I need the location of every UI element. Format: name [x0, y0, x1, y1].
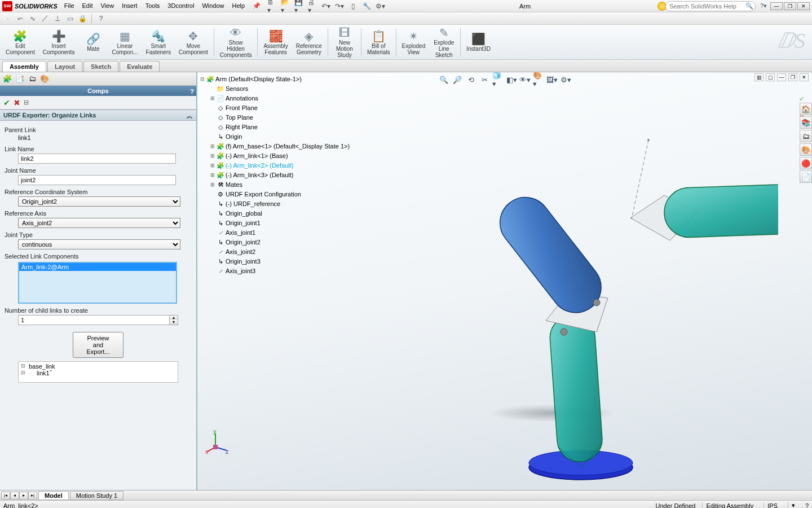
search-input[interactable]: [665, 1, 756, 11]
link-tree[interactable]: base_link link1˝: [18, 361, 178, 383]
menu-insert[interactable]: Insert: [122, 2, 138, 10]
tree-item[interactable]: 📁Sensors: [200, 84, 350, 94]
collapse-icon[interactable]: ︽: [187, 112, 193, 120]
menu-window[interactable]: Window: [202, 2, 224, 10]
menu-view[interactable]: View: [100, 2, 114, 10]
tp-resources-icon[interactable]: 🏠: [800, 103, 812, 115]
spinner-up-icon[interactable]: ▲: [170, 316, 178, 320]
panel-tab-property-icon[interactable]: 📑: [15, 74, 25, 84]
ribbon-bom[interactable]: 📋Bill ofMaterials: [364, 26, 394, 58]
display-style-icon[interactable]: ◧▾: [506, 75, 517, 85]
qa-select-icon[interactable]: ▯: [348, 2, 358, 11]
tab-sketch[interactable]: Sketch: [83, 61, 118, 72]
selected-components-list[interactable]: Arm_link-2@Arm: [18, 262, 177, 304]
vp-minimize-icon[interactable]: —: [777, 73, 786, 81]
expander-icon[interactable]: ⊞: [210, 94, 215, 103]
sk-arc-icon[interactable]: ⤺: [16, 14, 25, 23]
tp-explorer-icon[interactable]: 🗂: [800, 130, 812, 142]
num-children-spinner[interactable]: ▲▼: [169, 315, 178, 325]
menu-help[interactable]: Help: [232, 2, 245, 10]
spinner-down-icon[interactable]: ▼: [170, 320, 178, 325]
joint-name-input[interactable]: [18, 175, 176, 185]
tp-palette-icon[interactable]: 🎨: [800, 143, 812, 156]
qa-open-icon[interactable]: 📂▾: [281, 2, 290, 11]
expander-icon[interactable]: ⊞: [210, 142, 215, 151]
expander-icon[interactable]: ⊞: [210, 170, 215, 180]
ribbon-exploded-view[interactable]: ✴ExplodedView: [399, 26, 429, 58]
qa-undo-icon[interactable]: ↶▾: [321, 2, 330, 11]
tp-library-icon[interactable]: 📚: [800, 116, 812, 129]
vp-split-icon[interactable]: ▥: [754, 73, 764, 81]
ribbon-mate[interactable]: 🔗Mate: [79, 26, 107, 58]
tab-layout[interactable]: Layout: [47, 61, 82, 72]
joint-type-select[interactable]: continuous: [18, 239, 180, 249]
search-icon[interactable]: 🔍: [745, 2, 753, 10]
sk-point-icon[interactable]: ·: [3, 14, 12, 23]
expander-icon[interactable]: ⊞: [210, 151, 215, 161]
ribbon-insert-components[interactable]: ➕InsertComponents: [39, 26, 78, 58]
ribbon-linear-pattern[interactable]: ▦LinearCompon...: [108, 26, 141, 58]
menu-edit[interactable]: Edit: [82, 2, 93, 10]
view-settings-icon[interactable]: ⚙▾: [560, 75, 571, 85]
expander-icon[interactable]: ⊞: [210, 161, 215, 170]
confirm-ok-icon[interactable]: ✔: [799, 95, 804, 102]
ribbon-move-component[interactable]: ✥MoveComponent: [175, 26, 211, 58]
edit-appearance-icon[interactable]: 🎨▾: [533, 75, 544, 85]
menu-tools[interactable]: Tools: [145, 2, 160, 10]
panel-tab-config-icon[interactable]: 🗂: [27, 74, 37, 84]
apply-scene-icon[interactable]: 🖼▾: [546, 75, 558, 85]
panel-tab-feature-icon[interactable]: 🧩: [2, 74, 12, 84]
hide-show-icon[interactable]: 👁▾: [519, 75, 531, 85]
list-item[interactable]: Arm_link-2@Arm: [19, 263, 176, 271]
link-tree-child[interactable]: link1˝: [21, 370, 175, 376]
zoom-fit-icon[interactable]: 🔍: [438, 75, 449, 85]
qa-options-icon[interactable]: ⚙▾: [376, 2, 385, 11]
tree-root[interactable]: ⊟ 🧩 Arm (Default<Display State-1>): [200, 75, 350, 84]
qa-new-icon[interactable]: 🗎▾: [267, 2, 276, 11]
previous-view-icon[interactable]: ⟲: [465, 75, 476, 85]
tree-item[interactable]: ⊞📄Annotations: [200, 94, 350, 103]
ribbon-explode-sketch[interactable]: ✎ExplodeLineSketch: [430, 26, 458, 58]
cancel-icon[interactable]: ✖: [14, 98, 20, 107]
panel-help-icon[interactable]: ?: [190, 86, 194, 97]
panel-tab-display-icon[interactable]: 🎨: [39, 74, 50, 84]
preview-export-button[interactable]: Preview and Export...: [73, 332, 123, 358]
help-dropdown-icon[interactable]: ?▾: [760, 2, 767, 10]
restore-button[interactable]: ❐: [784, 2, 796, 10]
ribbon-instant3d[interactable]: ⬛Instant3D: [463, 26, 494, 58]
zoom-area-icon[interactable]: 🔎: [452, 75, 463, 85]
sk-perp-icon[interactable]: ⊥: [53, 14, 62, 23]
qa-redo-icon[interactable]: ↷▾: [335, 2, 344, 11]
close-button[interactable]: ✕: [797, 2, 810, 10]
link-name-input[interactable]: [18, 154, 176, 164]
scroll-next-icon[interactable]: ▸: [19, 492, 28, 500]
tab-model[interactable]: Model: [38, 491, 69, 500]
tp-appearances-icon[interactable]: 🔴: [800, 157, 812, 169]
qa-print-icon[interactable]: 🖨▾: [308, 2, 317, 11]
ref-axis-select[interactable]: Axis_joint2: [18, 218, 180, 228]
ok-icon[interactable]: ✔: [3, 98, 10, 107]
ribbon-assembly-features[interactable]: 🧱AssemblyFeatures: [260, 26, 291, 58]
sk-spline-icon[interactable]: ∿: [28, 14, 37, 23]
qa-rebuild-icon[interactable]: 🔧: [362, 2, 371, 11]
ref-cs-select[interactable]: Origin_joint2: [18, 196, 180, 207]
expander-icon[interactable]: ⊟: [200, 75, 205, 84]
vp-maximize-icon[interactable]: ❐: [788, 73, 797, 81]
qa-save-icon[interactable]: 💾▾: [294, 2, 303, 11]
sk-rect-icon[interactable]: ▭: [65, 14, 74, 23]
menu-3dcontrol[interactable]: 3Dcontrol: [167, 2, 194, 10]
tab-assembly[interactable]: Assembly: [2, 61, 46, 72]
status-help-icon[interactable]: ?: [805, 502, 809, 509]
ribbon-reference-geometry[interactable]: ◈ReferenceGeometry: [293, 26, 325, 58]
tp-properties-icon[interactable]: 📄: [800, 170, 812, 183]
status-more-icon[interactable]: ▾: [788, 502, 798, 508]
menu-pin-icon[interactable]: 📌: [253, 2, 261, 10]
scroll-last-icon[interactable]: ▸|: [28, 492, 37, 500]
sk-lock-icon[interactable]: 🔒: [78, 14, 87, 23]
view-orientation-icon[interactable]: 🧊▾: [492, 75, 504, 85]
ribbon-motion-study[interactable]: 🎞NewMotionStudy: [330, 26, 359, 58]
num-children-input[interactable]: [18, 315, 169, 325]
sk-line-icon[interactable]: ／: [41, 14, 50, 23]
ribbon-edit-component[interactable]: 🧩EditComponent: [2, 26, 38, 58]
section-header[interactable]: URDF Exporter: Organize Links ︽: [0, 110, 196, 121]
